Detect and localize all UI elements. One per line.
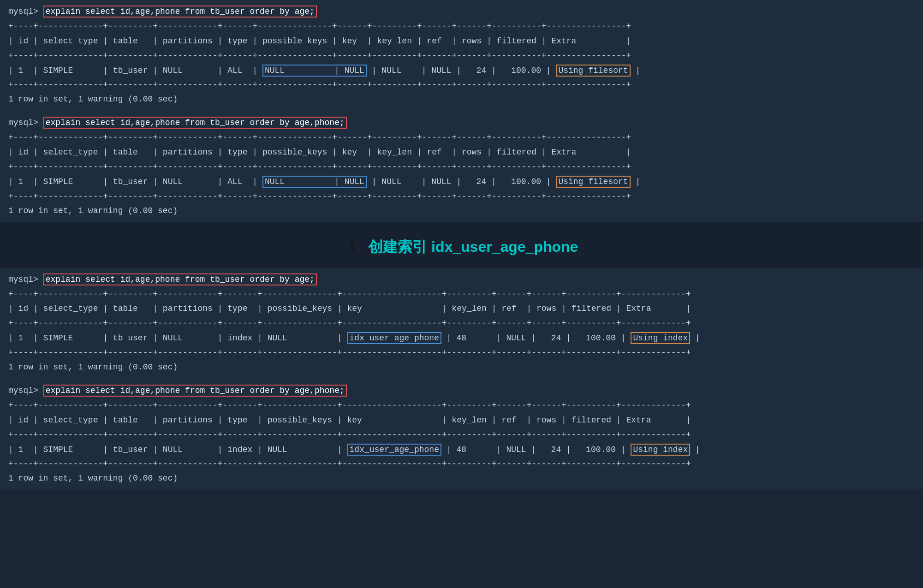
- create-index-label: 创建索引 idx_user_age_phone: [368, 237, 578, 257]
- before-block2-header: | id | select_type | table | partitions …: [0, 145, 923, 160]
- after-block1-extra: Using index: [631, 332, 690, 344]
- before-section: mysql> explain select id,age,phone from …: [0, 0, 923, 222]
- before-block2-data: | 1 | SIMPLE | tb_user | NULL | ALL | NU…: [0, 175, 923, 190]
- after-block1-sep2: +----+-------------+---------+----------…: [0, 316, 923, 331]
- before-block1-command: explain select id,age,phone from tb_user…: [43, 6, 317, 18]
- after-block2-sep2: +----+-------------+---------+----------…: [0, 428, 923, 443]
- after-block2-data: | 1 | SIMPLE | tb_user | NULL | index | …: [0, 443, 923, 457]
- before-block2-info: 1 row in set, 1 warning (0.00 sec): [0, 204, 923, 217]
- before-block1-extra: Using filesort: [556, 65, 630, 77]
- after-block1-data: | 1 | SIMPLE | tb_user | NULL | index | …: [0, 331, 923, 346]
- before-block2-extra: Using filesort: [556, 176, 630, 188]
- after-block2-header: | id | select_type | table | partitions …: [0, 413, 923, 428]
- before-block1-prompt: mysql> explain select id,age,phone from …: [0, 5, 923, 19]
- after-block2-extra: Using index: [631, 444, 690, 456]
- after-block2-prompt: mysql> explain select id,age,phone from …: [0, 384, 923, 398]
- after-section: mysql> explain select id,age,phone from …: [0, 268, 923, 490]
- after-block1-header: | id | select_type | table | partitions …: [0, 302, 923, 316]
- after-block2-idx-key: idx_user_age_phone: [347, 444, 441, 456]
- before-block1-null-key: NULL | NULL: [262, 65, 367, 77]
- arrow-section: ⬇ 创建索引 idx_user_age_phone: [0, 222, 923, 268]
- before-block2-sep1: +----+-------------+---------+----------…: [0, 131, 923, 145]
- after-block2-sep3: +----+-------------+---------+----------…: [0, 457, 923, 472]
- after-block2-sep1: +----+-------------+---------+----------…: [0, 398, 923, 413]
- before-block2-command: explain select id,age,phone from tb_user…: [43, 117, 347, 129]
- before-block1-data: | 1 | SIMPLE | tb_user | NULL | ALL | NU…: [0, 64, 923, 78]
- before-block2-sep2: +----+-------------+---------+----------…: [0, 160, 923, 175]
- before-block1-sep1: +----+-------------+---------+----------…: [0, 19, 923, 34]
- after-block1-sep3: +----+-------------+---------+----------…: [0, 346, 923, 361]
- before-block1-info: 1 row in set, 1 warning (0.00 sec): [0, 93, 923, 106]
- before-block1-sep3: +----+-------------+---------+----------…: [0, 78, 923, 93]
- down-arrow-icon: ⬇: [345, 235, 360, 260]
- before-block2-null-key: NULL | NULL: [262, 176, 367, 188]
- after-block2-info: 1 row in set, 1 warning (0.00 sec): [0, 472, 923, 485]
- before-block1-sep2: +----+-------------+---------+----------…: [0, 49, 923, 64]
- before-block2-prompt: mysql> explain select id,age,phone from …: [0, 116, 923, 131]
- before-block2-sep3: +----+-------------+---------+----------…: [0, 190, 923, 204]
- after-block1-idx-key: idx_user_age_phone: [347, 332, 441, 344]
- after-block1-info: 1 row in set, 1 warning (0.00 sec): [0, 361, 923, 374]
- after-block1-sep1: +----+-------------+---------+----------…: [0, 287, 923, 302]
- after-block1-command: explain select id,age,phone from tb_user…: [43, 273, 317, 285]
- after-block1-prompt: mysql> explain select id,age,phone from …: [0, 273, 923, 287]
- before-block1-header: | id | select_type | table | partitions …: [0, 34, 923, 49]
- after-block2-command: explain select id,age,phone from tb_user…: [43, 385, 347, 397]
